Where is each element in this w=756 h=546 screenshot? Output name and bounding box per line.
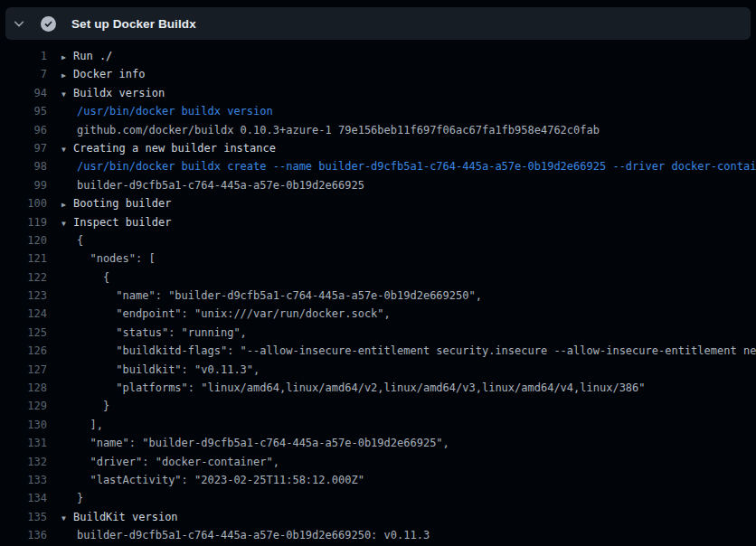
log-line: 128 "platforms": "linux/amd64,linux/amd6… [0,379,756,397]
line-number[interactable]: 7 [0,65,47,83]
log-line: 132 "driver": "docker-container", [0,453,756,471]
group-title: Run ./ [73,50,112,62]
log-line: 124 "endpoint": "unix:///var/run/docker.… [0,305,756,323]
command-text: /usr/bin/docker buildx create --name bui… [47,157,756,175]
log-line: 94▼Buildx version [0,84,756,102]
log-line: 129 } [0,397,756,415]
log-line: 119▼Inspect builder [0,213,756,231]
triangle-expanded-icon[interactable]: ▼ [61,86,73,104]
log-line: 97▼Creating a new builder instance [0,139,756,157]
log-group-header[interactable]: ▶Booting builder [47,194,171,212]
log-line: 130 ], [0,416,756,434]
group-title: BuildKit version [73,511,178,523]
log-line: 7▶Docker info [0,65,756,83]
triangle-expanded-icon[interactable]: ▼ [61,215,73,233]
line-number[interactable]: 97 [0,139,47,157]
line-number[interactable]: 130 [0,416,47,434]
group-title: Creating a new builder instance [73,142,276,155]
log-text: "buildkitd-flags": "--allow-insecure-ent… [47,342,756,360]
line-number[interactable]: 123 [0,287,47,305]
line-number[interactable]: 128 [0,379,47,397]
line-number[interactable]: 125 [0,324,47,342]
line-number[interactable]: 96 [0,121,47,139]
log-text: } [47,397,109,415]
line-number[interactable]: 131 [0,434,47,452]
log-line: 98/usr/bin/docker buildx create --name b… [0,157,756,175]
log-text: ], [47,416,103,434]
log-text: "nodes": [ [47,249,156,268]
line-number[interactable]: 126 [0,342,47,360]
line-number[interactable]: 129 [0,397,47,415]
log-group-header[interactable]: ▶Docker info [47,65,145,83]
log-text: "lastActivity": "2023-02-25T11:58:12.000… [47,471,364,489]
log-text: "driver": "docker-container", [47,453,279,471]
log-group-header[interactable]: ▼Inspect builder [47,213,171,231]
line-number[interactable]: 134 [0,489,47,507]
line-number[interactable]: 132 [0,453,47,471]
log-line: 125 "status": "running", [0,324,756,342]
chevron-down-icon[interactable] [5,7,33,40]
line-number[interactable]: 98 [0,157,47,175]
line-number[interactable]: 121 [0,249,47,268]
line-number[interactable]: 120 [0,231,47,249]
step-header[interactable]: Set up Docker Buildx [5,7,751,40]
log-line: 121 "nodes": [ [0,249,756,268]
line-number[interactable]: 119 [0,213,47,231]
log-line: 99builder-d9cfb5a1-c764-445a-a57e-0b19d2… [0,176,756,194]
step-title: Set up Docker Buildx [71,17,196,31]
log-line: 123 "name": "builder-d9cfb5a1-c764-445a-… [0,287,756,305]
line-number[interactable]: 124 [0,305,47,323]
log-lines: 1▶Run ./7▶Docker info94▼Buildx version95… [0,47,756,546]
line-number[interactable]: 94 [0,84,47,102]
log-line: 126 "buildkitd-flags": "--allow-insecure… [0,342,756,360]
log-text: github.com/docker/buildx 0.10.3+azure-1 … [47,121,600,139]
log-line: 122 { [0,268,756,287]
triangle-expanded-icon[interactable]: ▼ [61,510,73,528]
log-text: "status": "running", [47,324,247,342]
triangle-expanded-icon[interactable]: ▼ [61,141,73,159]
log-text: builder-d9cfb5a1-c764-445a-a57e-0b19d2e6… [47,526,430,544]
group-title: Docker info [73,68,145,80]
log-line: 100▶Booting builder [0,194,756,212]
log-text: "buildkit": "v0.11.3", [47,361,260,379]
check-circle-icon [41,16,56,32]
line-number[interactable]: 99 [0,176,47,194]
log-text: } [47,489,83,507]
log-line: 135▼BuildKit version [0,508,756,526]
log-line: 96github.com/docker/buildx 0.10.3+azure-… [0,121,756,139]
group-title: Inspect builder [73,216,171,229]
log-line: 134} [0,489,756,507]
triangle-collapsed-icon[interactable]: ▶ [61,196,73,214]
log-line: 120{ [0,231,756,249]
line-number[interactable]: 100 [0,194,47,212]
log-group-header[interactable]: ▼BuildKit version [47,508,178,526]
log-group-header[interactable]: ▶Run ./ [47,47,112,65]
log-line: 127 "buildkit": "v0.11.3", [0,361,756,379]
group-title: Buildx version [73,87,165,99]
log-line: 1▶Run ./ [0,47,756,65]
log-text: { [47,231,83,249]
line-number[interactable]: 95 [0,102,47,120]
line-number[interactable]: 136 [0,526,47,544]
group-title: Booting builder [73,197,171,210]
log-text: "name": "builder-d9cfb5a1-c764-445a-a57e… [47,434,449,452]
log-group-header[interactable]: ▼Buildx version [47,84,165,102]
line-number[interactable]: 135 [0,508,47,526]
triangle-collapsed-icon[interactable]: ▶ [61,67,73,85]
log-text: "name": "builder-d9cfb5a1-c764-445a-a57e… [47,287,482,305]
log-line: 133 "lastActivity": "2023-02-25T11:58:12… [0,471,756,489]
line-number[interactable]: 1 [0,47,47,65]
log-line: 95/usr/bin/docker buildx version [0,102,756,120]
triangle-collapsed-icon[interactable]: ▶ [61,49,73,67]
log-text: "platforms": "linux/amd64,linux/amd64/v2… [47,379,646,397]
line-number[interactable]: 133 [0,471,47,489]
log-text: builder-d9cfb5a1-c764-445a-a57e-0b19d2e6… [47,176,364,194]
line-number[interactable]: 127 [0,361,47,379]
log-text: { [47,268,109,287]
log-group-header[interactable]: ▼Creating a new builder instance [47,139,276,157]
command-text: /usr/bin/docker buildx version [47,102,273,120]
log-text: "endpoint": "unix:///var/run/docker.sock… [47,305,391,323]
line-number[interactable]: 122 [0,268,47,287]
log-line: 131 "name": "builder-d9cfb5a1-c764-445a-… [0,434,756,452]
log-line: 136builder-d9cfb5a1-c764-445a-a57e-0b19d… [0,526,756,544]
